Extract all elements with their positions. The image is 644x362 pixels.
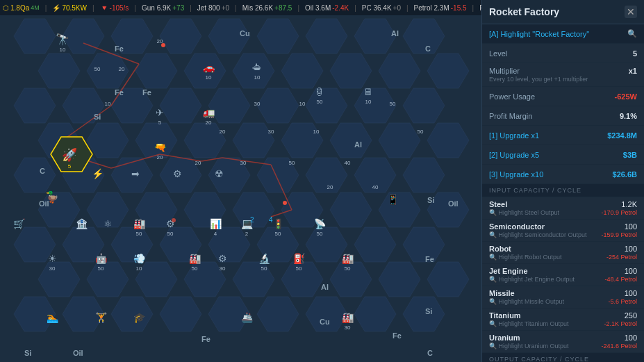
svg-text:50: 50	[317, 231, 323, 237]
power-row: Power Usage -625W	[482, 87, 644, 106]
svg-text:10: 10	[105, 101, 111, 107]
svg-text:Fe: Fe	[201, 335, 210, 343]
search-icon: 🔍	[627, 29, 637, 38]
svg-text:50: 50	[275, 231, 281, 237]
resource-row-semiconductor[interactable]: Semiconductor 100 🔍 Highlight Semiconduc…	[482, 220, 644, 242]
svg-text:Fe: Fe	[393, 331, 402, 340]
upgrade1-label: [1] Upgrade x1	[489, 131, 539, 140]
svg-text:Cu: Cu	[240, 29, 250, 38]
map-area[interactable]: 🔭 10 ✈ 5 🚛 20 ⛴ 10 🚗 10 🛢 50 🖥 10 🚀 5 🔫 …	[0, 0, 481, 362]
resource-row-titanium[interactable]: Titanium 250 🔍 Highlight Titanium Output…	[482, 308, 644, 331]
svg-text:✈: ✈	[156, 107, 164, 118]
resource-row-uranium[interactable]: Uranium 100 🔍 Highlight Uranium Output -…	[482, 331, 644, 353]
qa-icon: ⬡	[3, 4, 9, 12]
stat-power: ⚡ 70.5KW	[52, 4, 87, 12]
svg-text:🏭: 🏭	[189, 253, 201, 265]
upgrade2-label: [2] Upgrade x5	[489, 151, 539, 159]
svg-text:C: C	[425, 44, 431, 53]
resource-row-missile[interactable]: Missile 100 🔍 Highlight Missile Output -…	[482, 286, 644, 308]
multiplier-value: x1	[629, 67, 637, 75]
upgrade2-button[interactable]: [2] Upgrade x5 $3B	[482, 145, 644, 165]
svg-text:10: 10	[299, 101, 306, 107]
svg-text:Oil: Oil	[448, 199, 459, 208]
svg-text:➡: ➡	[131, 168, 140, 179]
svg-text:Oil: Oil	[73, 349, 83, 357]
highlight-row[interactable]: [A] Highlight "Rocket Factory" 🔍	[482, 24, 644, 44]
svg-text:30: 30	[268, 129, 274, 135]
svg-text:🏭: 🏭	[342, 312, 354, 324]
svg-text:🏭: 🏭	[133, 218, 146, 230]
svg-text:Al: Al	[391, 29, 399, 38]
svg-text:50: 50	[98, 265, 104, 272]
svg-text:5: 5	[68, 163, 72, 170]
svg-text:🚢: 🚢	[241, 312, 254, 324]
stat-mis: Mis 26.6K +87.5	[242, 4, 292, 12]
level-value: 5	[633, 49, 637, 58]
svg-text:50: 50	[136, 231, 142, 237]
svg-text:🛒: 🛒	[13, 218, 26, 230]
svg-text:40: 40	[372, 184, 379, 190]
resource-row-steel[interactable]: Steel 1.2K 🔍 Highlight Steel Output -170…	[482, 197, 644, 220]
svg-text:50: 50	[94, 66, 101, 72]
svg-text:20: 20	[206, 120, 212, 126]
svg-text:☀: ☀	[48, 253, 57, 264]
svg-text:20: 20	[119, 66, 125, 72]
panel-title: Rocket Factory	[489, 6, 559, 17]
svg-text:Si: Si	[24, 349, 31, 357]
svg-text:Al: Al	[321, 283, 329, 291]
resource-row-jet-engine[interactable]: Jet Engine 100 🔍 Highlight Jet Engine Ou…	[482, 264, 644, 286]
svg-text:10: 10	[365, 99, 372, 105]
svg-text:💨: 💨	[133, 253, 146, 265]
upgrade3-cost: $26.6B	[613, 170, 637, 179]
svg-text:C: C	[427, 349, 433, 357]
svg-text:☢: ☢	[215, 168, 224, 179]
svg-text:20: 20	[195, 160, 201, 166]
highlight-link[interactable]: [A] Highlight "Rocket Factory"	[489, 30, 589, 38]
svg-text:5: 5	[158, 120, 162, 126]
svg-text:Fe: Fe	[425, 255, 434, 263]
svg-text:📊: 📊	[210, 218, 222, 230]
svg-text:40: 40	[345, 160, 351, 166]
svg-text:4: 4	[214, 231, 217, 237]
upgrade3-button[interactable]: [3] Upgrade x10 $26.6B	[482, 165, 644, 184]
svg-text:Al: Al	[354, 140, 362, 149]
svg-text:50: 50	[261, 265, 267, 272]
close-button[interactable]: ✕	[625, 6, 637, 18]
upgrade2-cost: $3B	[623, 151, 637, 159]
svg-point-194	[283, 201, 287, 205]
svg-text:30: 30	[254, 101, 261, 107]
svg-text:50: 50	[317, 99, 323, 105]
svg-text:⚙: ⚙	[218, 253, 227, 264]
svg-text:🚗: 🚗	[203, 62, 215, 74]
level-label: Level	[489, 49, 507, 58]
multiplier-row: Multiplier x1 Every 10 level, you get +1…	[482, 63, 644, 87]
stat-gun: Gun 6.9K +73	[142, 4, 184, 12]
svg-text:10: 10	[206, 74, 212, 81]
side-panel: Rocket Factory ✕ [A] Highlight "Rocket F…	[481, 0, 644, 362]
svg-text:🏭: 🏭	[342, 253, 354, 265]
input-section-header: INPUT CAPACITY / CYCLE	[482, 184, 644, 197]
stat-petrol: Petrol 2.3M -15.5	[414, 4, 467, 12]
svg-text:Oil: Oil	[39, 199, 49, 208]
svg-text:🏦: 🏦	[76, 218, 88, 230]
power-icon: ⚡	[52, 4, 60, 12]
panel-content[interactable]: [A] Highlight "Rocket Factory" 🔍 Level 5…	[482, 24, 644, 362]
svg-text:🚛: 🚛	[203, 107, 215, 119]
svg-text:30: 30	[49, 265, 56, 272]
svg-text:20: 20	[157, 154, 163, 161]
svg-text:2: 2	[245, 231, 249, 237]
svg-text:🚀: 🚀	[62, 147, 78, 163]
svg-text:📡: 📡	[314, 218, 327, 230]
svg-point-193	[161, 43, 165, 47]
svg-text:🏋: 🏋	[95, 312, 108, 324]
resource-row-robot[interactable]: Robot 100 🔍 Highlight Robot Output -254 …	[482, 242, 644, 264]
svg-text:20: 20	[220, 129, 226, 135]
svg-text:10: 10	[136, 265, 142, 272]
svg-text:50: 50	[192, 265, 198, 272]
upgrade1-button[interactable]: [1] Upgrade x1 $234.8M	[482, 126, 644, 145]
stat-jet: Jet 800 +0	[197, 4, 229, 12]
profit-value: 9.1%	[620, 112, 637, 120]
stat-oil: Oil 3.6M -2.4K	[305, 4, 349, 12]
svg-text:🔭: 🔭	[56, 33, 69, 46]
top-bar: ⬡ 1.8Qa 4M | ⚡ 70.5KW | 🔻 -105/s | Gun 6…	[0, 0, 481, 15]
